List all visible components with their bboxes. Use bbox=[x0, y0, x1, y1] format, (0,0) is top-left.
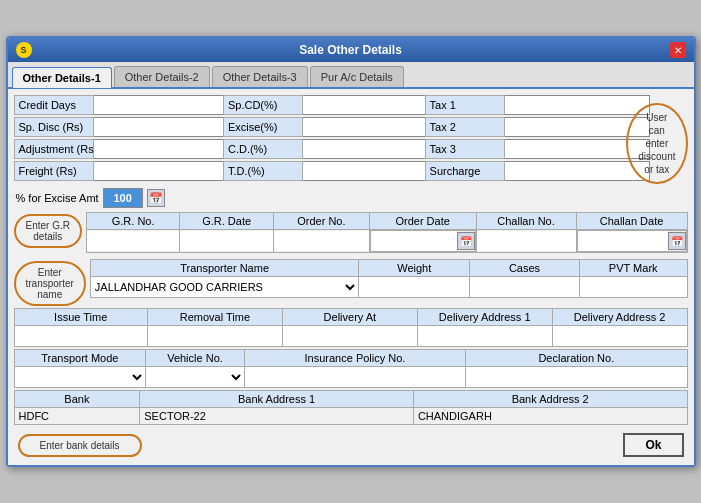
bank-addr1-header: Bank Address 1 bbox=[140, 391, 414, 408]
transport-mode-table: Transport Mode Vehicle No. Insurance Pol… bbox=[14, 349, 688, 388]
content-area: Credit Days Sp. Disc (Rs) Adjustment (Rs… bbox=[8, 89, 694, 465]
pvt-mark-header: PVT Mark bbox=[579, 260, 687, 277]
declaration-no-header: Declaration No. bbox=[466, 350, 687, 367]
bank-value: HDFC bbox=[14, 408, 140, 425]
gr-table: G.R. No. G.R. Date Order No. Order Date … bbox=[86, 212, 688, 253]
delivery-at-input[interactable] bbox=[283, 326, 417, 346]
cases-input[interactable] bbox=[470, 277, 579, 297]
vehicle-no-select[interactable] bbox=[146, 367, 244, 387]
adjustment-label: Adjustment (Rs) bbox=[14, 139, 94, 159]
tab-other-details-2[interactable]: Other Details-2 bbox=[114, 66, 210, 87]
insurance-policy-input[interactable] bbox=[245, 367, 465, 387]
tax1-label: Tax 1 bbox=[425, 95, 505, 115]
gr-no-header: G.R. No. bbox=[86, 213, 179, 230]
removal-time-input[interactable] bbox=[148, 326, 282, 346]
order-no-input[interactable] bbox=[274, 231, 369, 251]
issue-time-header: Issue Time bbox=[14, 309, 147, 326]
freight-input[interactable] bbox=[94, 161, 239, 181]
close-button[interactable]: ✕ bbox=[670, 42, 686, 58]
adjustment-input[interactable] bbox=[94, 139, 239, 159]
challan-date-input[interactable] bbox=[578, 231, 668, 251]
bank-table: Bank Bank Address 1 Bank Address 2 HDFC … bbox=[14, 390, 688, 425]
form-col3: Tax 1 Tax 2 Tax 3 Surcharge bbox=[425, 95, 623, 181]
excise-pct-input[interactable] bbox=[103, 188, 143, 208]
bank-details-bubble: Enter bank details bbox=[18, 434, 142, 457]
tax2-label: Tax 2 bbox=[425, 117, 505, 137]
bank-header: Bank bbox=[14, 391, 140, 408]
gr-details-bubble: Enter G.R details bbox=[14, 214, 82, 248]
challan-no-header: Challan No. bbox=[476, 213, 576, 230]
tax3-label: Tax 3 bbox=[425, 139, 505, 159]
form-col1: Credit Days Sp. Disc (Rs) Adjustment (Rs… bbox=[14, 95, 219, 181]
sp-cd-label: Sp.CD(%) bbox=[223, 95, 303, 115]
weight-header: Weight bbox=[359, 260, 470, 277]
cases-header: Cases bbox=[470, 260, 580, 277]
surcharge-label: Surcharge bbox=[425, 161, 505, 181]
order-no-header: Order No. bbox=[273, 213, 369, 230]
challan-date-header: Challan Date bbox=[576, 213, 687, 230]
vehicle-no-header: Vehicle No. bbox=[146, 350, 245, 367]
order-date-header: Order Date bbox=[369, 213, 476, 230]
gr-no-input[interactable] bbox=[87, 231, 179, 251]
freight-label: Freight (Rs) bbox=[14, 161, 94, 181]
transporter-table: Transporter Name Weight Cases PVT Mark J… bbox=[90, 259, 688, 298]
weight-input[interactable] bbox=[359, 277, 469, 297]
cd-label: C.D.(%) bbox=[223, 139, 303, 159]
challan-date-calendar-icon[interactable]: 📅 bbox=[668, 232, 686, 250]
delivery-at-header: Delivery At bbox=[283, 309, 418, 326]
delivery-addr1-input[interactable] bbox=[418, 326, 552, 346]
tab-other-details-3[interactable]: Other Details-3 bbox=[212, 66, 308, 87]
issue-time-input[interactable] bbox=[15, 326, 147, 346]
credit-days-label: Credit Days bbox=[14, 95, 94, 115]
transporter-name-header: Transporter Name bbox=[90, 260, 358, 277]
sp-disc-label: Sp. Disc (Rs) bbox=[14, 117, 94, 137]
insurance-policy-header: Insurance Policy No. bbox=[244, 350, 465, 367]
excise-label: Excise(%) bbox=[223, 117, 303, 137]
tab-pur-ac-details[interactable]: Pur A/c Details bbox=[310, 66, 404, 87]
credit-days-input[interactable] bbox=[94, 95, 239, 115]
window-title: Sale Other Details bbox=[32, 43, 670, 57]
title-bar: S Sale Other Details ✕ bbox=[8, 38, 694, 62]
transporter-bubble: Enter transporter name bbox=[14, 261, 86, 306]
bank-addr2-value: CHANDIGARH bbox=[413, 408, 687, 425]
transporter-name-select[interactable]: JALLANDHAR GOOD CARRIERS bbox=[91, 277, 358, 297]
transport-mode-header: Transport Mode bbox=[14, 350, 146, 367]
removal-time-header: Removal Time bbox=[147, 309, 282, 326]
delivery-table: Issue Time Removal Time Delivery At Deli… bbox=[14, 308, 688, 347]
delivery-addr2-input[interactable] bbox=[553, 326, 687, 346]
excise-pct-label: % for Excise Amt bbox=[16, 192, 99, 204]
excise-calendar-icon[interactable]: 📅 bbox=[147, 189, 165, 207]
gr-date-input[interactable] bbox=[180, 231, 273, 251]
td-label: T.D.(%) bbox=[223, 161, 303, 181]
main-window: S Sale Other Details ✕ Other Details-1 O… bbox=[6, 36, 696, 467]
transport-mode-select[interactable] bbox=[15, 367, 146, 387]
bank-addr2-header: Bank Address 2 bbox=[413, 391, 687, 408]
declaration-no-input[interactable] bbox=[466, 367, 686, 387]
ok-button[interactable]: Ok bbox=[623, 433, 683, 457]
sp-disc-input[interactable] bbox=[94, 117, 239, 137]
tab-bar: Other Details-1 Other Details-2 Other De… bbox=[8, 62, 694, 89]
bank-addr1-value: SECTOR-22 bbox=[140, 408, 414, 425]
challan-no-input[interactable] bbox=[477, 231, 576, 251]
order-date-calendar-icon[interactable]: 📅 bbox=[457, 232, 475, 250]
form-col2: Sp.CD(%) Excise(%) C.D.(%) T.D.(%) bbox=[223, 95, 421, 181]
app-icon: S bbox=[16, 42, 32, 58]
order-date-input[interactable] bbox=[371, 231, 457, 251]
tab-other-details-1[interactable]: Other Details-1 bbox=[12, 67, 112, 88]
gr-date-header: G.R. Date bbox=[180, 213, 274, 230]
delivery-addr2-header: Delivery Address 2 bbox=[552, 309, 687, 326]
delivery-addr1-header: Delivery Address 1 bbox=[417, 309, 552, 326]
note-bubble: User can enter discount or tax bbox=[626, 103, 687, 184]
pvt-mark-input[interactable] bbox=[580, 277, 687, 297]
